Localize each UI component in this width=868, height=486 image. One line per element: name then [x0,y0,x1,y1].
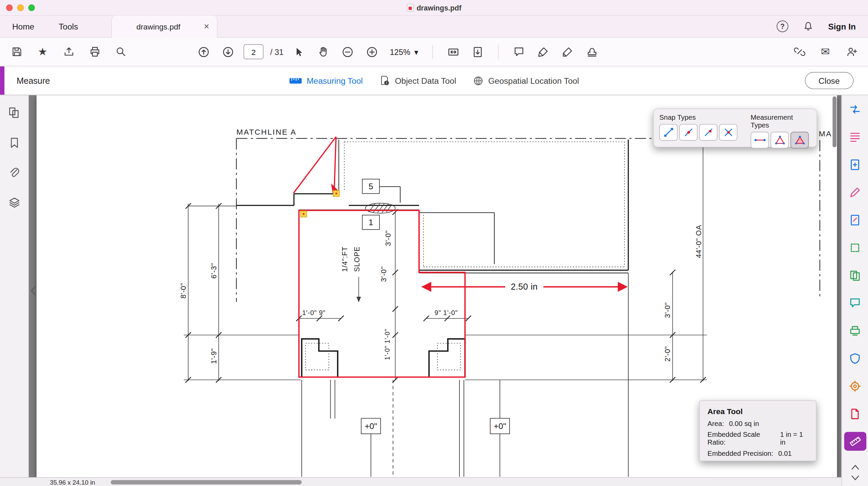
hand-tool-button[interactable] [315,43,332,61]
chevron-left-icon [31,286,36,295]
organize-pages-button[interactable] [844,128,866,147]
highlight-button[interactable] [534,43,552,61]
acrobat-window: drawings.pdf Home Tools drawings.pdf × ?… [0,0,868,486]
snap-paths-icon [703,127,714,138]
measure-bar: Measure Measuring Tool Object Data Tool [0,66,868,95]
snap-midpoints-button[interactable] [679,124,697,141]
edit-page-icon [849,213,862,226]
object-data-tool-label: Object Data Tool [395,76,456,85]
printer-icon [89,46,100,58]
distance-tool-button[interactable] [751,132,769,149]
measuring-tool-button[interactable]: Measuring Tool [289,76,363,85]
object-data-tool-button[interactable]: Object Data Tool [379,75,456,86]
snap-marker-icon [301,191,339,217]
rail-scroll-down-button[interactable] [849,474,861,484]
sign-in-button[interactable]: Sign In [828,22,856,31]
bookmarks-button[interactable] [8,137,20,151]
bottom-status-strip: 35.96 x 24.10 in [0,477,842,486]
dim-2-0-label: 2'-0" [664,346,672,362]
tab-close-icon[interactable]: × [203,22,211,31]
snap-endpoints-button[interactable] [659,124,677,141]
toolbar: ★ [0,38,868,66]
titlebar: drawings.pdf [0,0,868,16]
measure-tool-button[interactable] [844,432,866,451]
share-people-button[interactable] [843,43,860,61]
scan-ocr-button[interactable] [844,321,866,340]
toolbar-left-group: ★ [8,43,130,61]
create-pdf-button[interactable] [844,155,866,174]
print-button[interactable] [86,43,103,61]
perimeter-icon [774,135,786,146]
fill-sign-button[interactable] [844,183,866,202]
export-pdf-button[interactable] [844,100,866,119]
area-tool-button[interactable] [790,132,809,149]
collapse-panel-handle[interactable] [29,283,38,299]
edit-pdf-button[interactable] [844,210,866,229]
send-mail-button[interactable]: ✉ [816,43,834,61]
select-tool-button[interactable] [290,43,308,61]
toolbar-right-group: ✉ [790,43,860,61]
layers-button[interactable] [8,197,20,211]
help-icon[interactable]: ? [777,20,788,32]
notifications-button[interactable] [800,17,817,35]
geospatial-tool-button[interactable]: Geospatial Location Tool [473,75,579,86]
page-plus-icon [849,158,862,171]
snap-endpoints-icon [663,127,674,138]
minus-circle-icon [342,46,354,58]
page-down-icon [222,46,234,58]
page-number-input[interactable] [243,44,263,59]
menu-tools[interactable]: Tools [46,16,90,37]
close-measure-button[interactable]: Close [805,72,853,89]
share-link-button[interactable] [790,43,808,61]
document-tab[interactable]: drawings.pdf × [111,15,217,37]
rail-scroll-up-button[interactable] [849,463,861,473]
previous-page-button[interactable] [195,43,213,61]
page-thumbnails-button[interactable] [8,106,21,121]
menu-home[interactable]: Home [0,16,46,37]
zoom-out-button[interactable] [339,43,356,61]
action-wizard-button[interactable] [844,376,866,395]
matchline-right-label: MA [819,129,832,138]
bell-icon [803,21,814,32]
precision-label: Embedded Precision: [708,450,773,458]
search-icon [115,46,126,58]
vertical-scrollbar-thumb[interactable] [833,96,836,147]
perimeter-tool-button[interactable] [771,132,789,149]
stamp-button[interactable] [583,43,601,61]
zoom-window-button[interactable] [28,4,35,11]
dim-6-3-label: 6'-3" [210,263,218,278]
attachments-button[interactable] [8,167,20,181]
snap-type-buttons [659,124,737,141]
favorite-button[interactable]: ★ [34,43,52,61]
fit-width-button[interactable] [444,43,462,61]
search-button[interactable] [112,43,130,61]
chevron-up-icon [849,463,861,471]
share-button[interactable] [60,43,77,61]
combine-files-button[interactable] [844,266,866,285]
snap-intersections-button[interactable] [719,124,737,141]
comments-button[interactable] [844,293,866,312]
pdf-standards-button[interactable] [844,404,866,423]
layers-icon [8,197,20,209]
sign-button[interactable] [559,43,576,61]
measurement-value-label[interactable]: 2.50 in [505,281,543,293]
copy-pages-icon [849,269,862,282]
snap-paths-button[interactable] [699,124,717,141]
horizontal-scrollbar-thumb[interactable] [111,480,302,485]
crop-pages-button[interactable] [844,238,866,257]
page-display-button[interactable] [469,43,486,61]
save-button[interactable] [8,43,25,61]
minimize-window-button[interactable] [17,4,24,11]
area-tool-title: Area Tool [708,407,808,416]
mail-icon: ✉ [821,46,830,57]
zoom-level-dropdown[interactable]: 125% ▾ [388,47,420,56]
close-window-button[interactable] [6,4,13,11]
zoom-in-button[interactable] [363,43,381,61]
area-label: Area: [708,420,724,428]
chevron-down-icon [849,474,861,482]
comment-button[interactable] [510,43,528,61]
protect-button[interactable] [844,349,866,368]
globe-icon [473,75,484,86]
hand-icon [318,46,329,58]
next-page-button[interactable] [219,43,237,61]
